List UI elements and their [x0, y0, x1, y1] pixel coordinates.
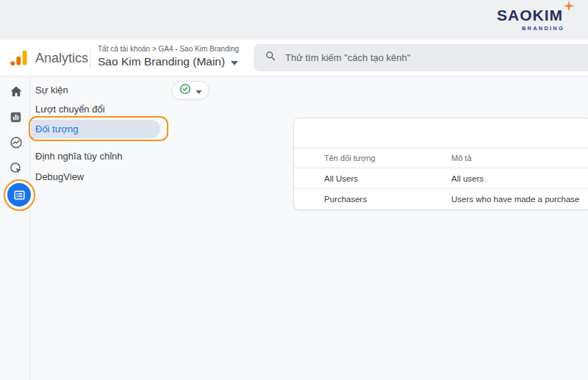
audience-name: All Users [324, 174, 451, 183]
audiences-card: Tên đối tượng Mô tả All Users All users … [293, 118, 588, 210]
top-brand-bar: SAOKIM BRANDING [0, 0, 588, 40]
audience-description: Users who have made a purchase [451, 195, 588, 204]
saokim-logo: SAOKIM BRANDING [497, 7, 570, 32]
property-name: Sao Kim Branding (Main) [98, 55, 225, 68]
home-icon[interactable] [10, 85, 23, 101]
table-header-row: Tên đối tượng Mô tả [294, 148, 588, 168]
search-bar[interactable] [254, 44, 588, 71]
caret-down-icon [196, 84, 202, 97]
nav-item-audiences[interactable]: Đối tượng [31, 120, 160, 138]
nav-item-custom-definitions[interactable]: Định nghĩa tùy chỉnh [35, 147, 123, 166]
screen: SAOKIM BRANDING Analyti [0, 0, 588, 380]
header-divider [90, 47, 90, 69]
audience-description: All users [451, 174, 588, 183]
saokim-logo-text: SAOKIM [497, 7, 563, 24]
column-header-audience-name: Tên đối tượng [324, 154, 451, 162]
saokim-tagline: BRANDING [497, 25, 564, 32]
breadcrumb: Tất cả tài khoản > GA4 - Sao Kim Brandin… [98, 45, 239, 54]
check-circle-icon [179, 83, 191, 98]
analytics-header: Analytics Tất cả tài khoản > GA4 - Sao K… [0, 40, 588, 76]
card-toolbar-area [294, 118, 588, 148]
star-icon [563, 0, 575, 15]
nav-item-debugview[interactable]: DebugView [35, 168, 84, 187]
audience-name: Purchasers [324, 195, 451, 204]
column-header-description: Mô tả [451, 154, 588, 162]
events-status-button[interactable] [171, 81, 209, 100]
advertising-icon[interactable] [10, 162, 23, 178]
app-name: Analytics [35, 51, 88, 66]
account-property-selector[interactable]: Tất cả tài khoản > GA4 - Sao Kim Brandin… [98, 45, 239, 68]
main-body: Sự kiện Lượt chuyển đổi Đối tượng Định n… [0, 76, 588, 380]
table-row[interactable]: All Users All users [294, 168, 588, 188]
search-icon [265, 50, 277, 65]
table-row[interactable]: Purchasers Users who have made a purchas… [294, 188, 588, 209]
explore-icon[interactable] [10, 136, 23, 152]
nav-item-events[interactable]: Sự kiện [35, 81, 68, 100]
search-input[interactable] [285, 52, 564, 63]
configure-icon[interactable] [7, 183, 31, 207]
left-icon-rail [0, 76, 30, 380]
google-analytics-logo-icon[interactable] [9, 48, 29, 71]
reports-icon[interactable] [10, 111, 22, 126]
chevron-down-icon [231, 55, 238, 68]
nav-item-conversions[interactable]: Lượt chuyển đổi [35, 100, 105, 119]
